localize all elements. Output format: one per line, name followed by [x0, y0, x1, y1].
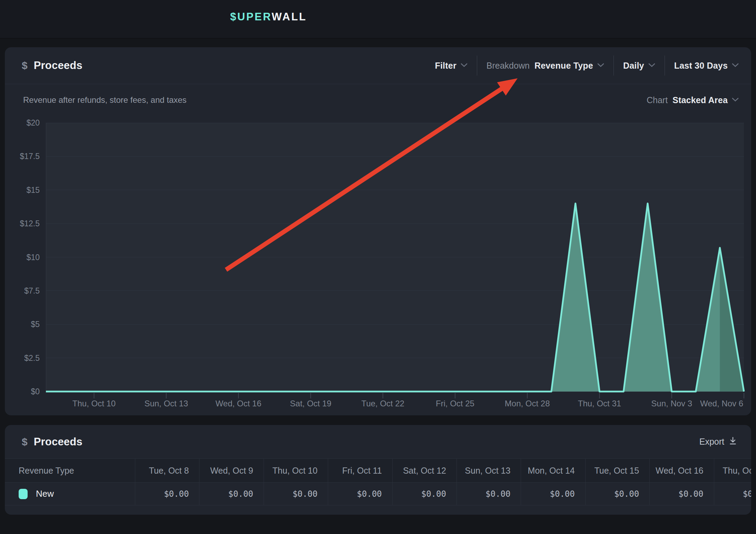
breakdown-value: Revenue Type: [534, 61, 593, 71]
svg-text:Wed, Nov 6: Wed, Nov 6: [700, 399, 743, 408]
proceeds-stacked-area-chart[interactable]: $20$17.5$15$12.5$10$7.5$5$2.5$0Thu, Oct …: [5, 111, 751, 415]
superwall-logo[interactable]: $UPERWALL: [230, 11, 307, 23]
value-cell: $0.00: [264, 483, 328, 505]
value-cell: $0.00: [714, 483, 751, 505]
svg-text:Tue, Oct 22: Tue, Oct 22: [361, 399, 404, 408]
filter-bar-divider: [477, 56, 477, 76]
proceeds-table-card: $ Proceeds Export Revenue TypeTue, Oct 8…: [5, 425, 751, 515]
chevron-down-icon: [732, 63, 739, 68]
svg-text:$17.5: $17.5: [20, 152, 40, 161]
row-label-cell: New: [5, 483, 135, 505]
export-button[interactable]: Export: [697, 436, 739, 447]
value-cell: $0.00: [392, 483, 456, 505]
svg-text:$0: $0: [31, 387, 40, 396]
y-axis-labels: $20$17.5$15$12.5$10$7.5$5$2.5$0: [20, 118, 40, 396]
chevron-down-icon: [461, 63, 468, 68]
top-navbar: $UPERWALL: [0, 0, 756, 39]
interval-value: Daily: [623, 61, 644, 71]
chevron-down-icon: [597, 63, 604, 68]
value-cell: $0.00: [649, 483, 714, 505]
svg-text:Fri, Oct 25: Fri, Oct 25: [436, 399, 474, 408]
chart-card-title: Proceeds: [34, 59, 82, 72]
chart-filter-bar: Filter Breakdown Revenue Type Daily: [435, 56, 739, 76]
chart-card-header: $ Proceeds Filter Breakdown Revenue Type: [5, 47, 751, 84]
date-range-value: Last 30 Days: [674, 61, 728, 71]
filter-bar-divider: [665, 56, 665, 76]
svg-text:$7.5: $7.5: [24, 286, 40, 295]
page: $UPERWALL $ Proceeds Filter Breakdown Re…: [0, 0, 756, 534]
column-header-date: Tue, Oct 15: [585, 459, 649, 482]
filter-bar-divider: [613, 56, 614, 76]
column-header-date: Fri, Oct 11: [328, 459, 392, 482]
column-header-date: Thu, Oct 17: [714, 459, 751, 482]
svg-text:Wed, Oct 16: Wed, Oct 16: [216, 399, 262, 408]
svg-text:Mon, Oct 28: Mon, Oct 28: [505, 399, 550, 408]
x-axis-labels: Thu, Oct 10Sun, Oct 13Wed, Oct 16Sat, Oc…: [72, 393, 744, 408]
value-cell: $0.00: [199, 483, 263, 505]
svg-text:$20: $20: [27, 118, 40, 127]
chevron-down-icon: [648, 63, 655, 68]
column-header-date: Mon, Oct 14: [521, 459, 585, 482]
breakdown-dropdown[interactable]: Breakdown Revenue Type: [487, 61, 604, 71]
svg-text:Thu, Oct 31: Thu, Oct 31: [578, 399, 621, 408]
svg-text:Sat, Oct 19: Sat, Oct 19: [290, 399, 331, 408]
column-header-date: Sun, Oct 13: [456, 459, 521, 482]
svg-text:$10: $10: [27, 253, 40, 262]
chevron-down-icon: [732, 98, 739, 103]
series-swatch: [19, 489, 28, 499]
svg-text:$2.5: $2.5: [24, 354, 40, 363]
column-header-date: Wed, Oct 9: [199, 459, 263, 482]
svg-text:$12.5: $12.5: [20, 219, 40, 228]
date-range-dropdown[interactable]: Last 30 Days: [674, 61, 739, 71]
table-card-title: Proceeds: [34, 436, 82, 448]
table-row: New$0.00$0.00$0.00$0.00$0.00$0.00$0.00$0…: [5, 482, 751, 505]
dollar-icon: $: [22, 60, 28, 71]
value-cell: $0.00: [328, 483, 392, 505]
svg-text:Sun, Nov 3: Sun, Nov 3: [651, 399, 692, 408]
dollar-icon: $: [22, 436, 28, 448]
chart-subtitle: Revenue after refunds, store fees, and t…: [23, 95, 187, 105]
column-header-date: Sat, Oct 12: [392, 459, 456, 482]
download-icon: [729, 437, 737, 447]
chart-type-dropdown[interactable]: Chart Stacked Area: [647, 95, 739, 105]
filter-dropdown-label: Filter: [435, 61, 456, 71]
filter-dropdown[interactable]: Filter: [435, 61, 467, 71]
value-cell: $0.00: [135, 483, 199, 505]
value-cell: $0.00: [456, 483, 521, 505]
row-label: New: [36, 488, 54, 499]
chart-area: $20$17.5$15$12.5$10$7.5$5$2.5$0Thu, Oct …: [5, 111, 751, 415]
value-cell: $0.00: [521, 483, 585, 505]
column-header-revenue-type: Revenue Type: [5, 459, 135, 482]
svg-text:$5: $5: [31, 320, 40, 329]
export-label: Export: [699, 437, 724, 447]
column-header-date: Thu, Oct 10: [264, 459, 328, 482]
proceeds-table: Revenue TypeTue, Oct 8Wed, Oct 9Thu, Oct…: [5, 458, 751, 505]
breakdown-label: Breakdown: [487, 61, 530, 71]
logo-text-secondary: WALL: [272, 11, 307, 23]
interval-dropdown[interactable]: Daily: [623, 61, 655, 71]
logo-text-primary: $UPER: [230, 11, 272, 23]
chart-type-value: Stacked Area: [672, 95, 728, 105]
chart-type-label: Chart: [647, 95, 668, 105]
table-header-row: Revenue TypeTue, Oct 8Wed, Oct 9Thu, Oct…: [5, 459, 751, 482]
proceeds-chart-card: $ Proceeds Filter Breakdown Revenue Type: [5, 47, 751, 415]
column-header-date: Tue, Oct 8: [135, 459, 199, 482]
svg-text:$15: $15: [27, 186, 40, 195]
svg-text:Sun, Oct 13: Sun, Oct 13: [144, 399, 188, 408]
table-card-header: $ Proceeds Export: [5, 425, 751, 458]
svg-text:Thu, Oct 10: Thu, Oct 10: [72, 399, 116, 408]
value-cell: $0.00: [585, 483, 649, 505]
chart-subheader: Revenue after refunds, store fees, and t…: [5, 89, 751, 111]
column-header-date: Wed, Oct 16: [649, 459, 714, 482]
